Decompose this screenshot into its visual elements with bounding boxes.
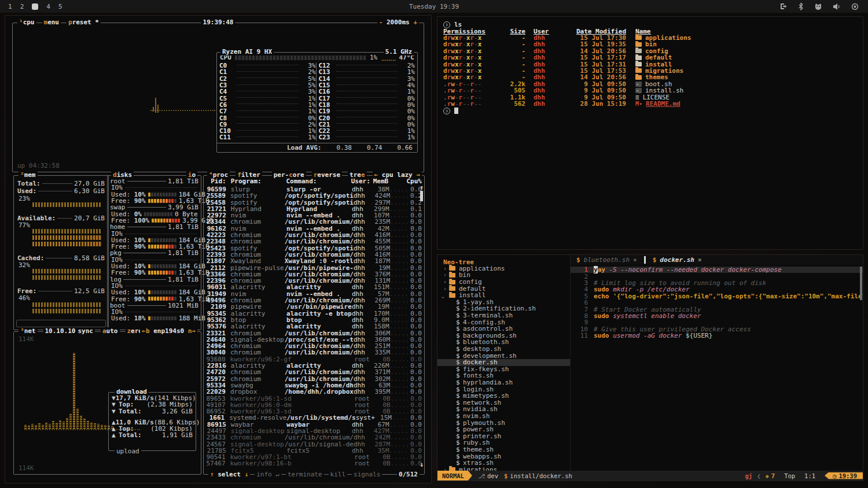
net-auto-toggle[interactable]: auto — [101, 327, 120, 335]
process-row[interactable]: 25423spotify/opt/spotify/spotidhh505M...… — [204, 245, 424, 251]
process-row[interactable]: 23366chromium/usr/lib/chromium/dhh376M..… — [204, 271, 424, 277]
process-row[interactable]: 90541kworker/u97:1-btroot0B.........0.0 — [204, 453, 424, 460]
process-row[interactable]: 25589spotify/opt/spotify/spotidhh424M...… — [204, 192, 424, 198]
process-row[interactable]: 95345alacrittyalacritty -e btopdhh170M..… — [204, 310, 424, 316]
proc-select-keys[interactable]: ↑ select ↓ — [208, 471, 250, 478]
proc-reverse-toggle[interactable]: reverse — [312, 171, 342, 179]
tree-dir-default[interactable]: ›default — [437, 285, 570, 292]
process-row[interactable]: 23344chromium/usr/lib/chromium/dhh235M..… — [204, 218, 424, 224]
tree-file-network.sh[interactable]: $network.sh — [437, 399, 570, 406]
process-row[interactable]: 24720chromium/usr/lib/chromium/dhh371M..… — [204, 368, 424, 375]
tree-file-xtras.sh[interactable]: $xtras.sh — [437, 460, 570, 467]
process-row[interactable]: 22348chromium/usr/lib/chromium/dhh455M..… — [204, 238, 424, 244]
proc-percore-toggle[interactable]: per-core — [272, 171, 306, 179]
process-row[interactable]: 24964chromium/usr/lib/chromium/dhh251M..… — [204, 342, 424, 349]
tree-file-2-identification.sh[interactable]: $2-identification.sh — [437, 305, 570, 312]
interval-minus[interactable]: - — [379, 19, 383, 26]
tree-file-nvim.sh[interactable]: $nvim.sh — [437, 413, 570, 420]
interval-plus[interactable]: + — [413, 19, 417, 26]
net-prev-iface[interactable]: ←b — [142, 327, 149, 335]
tree-file-fix-fkeys.sh[interactable]: $fix-fkeys.sh — [437, 366, 570, 373]
cat-icon[interactable] — [814, 3, 822, 10]
tree-file-nvidia.sh[interactable]: $nvidia.sh — [437, 406, 570, 413]
process-row[interactable]: 21721HyprlandHyprlanddhh299M.........0.1 — [204, 205, 424, 212]
proc-sort-selector[interactable]: ← cpu lazy → — [373, 171, 422, 179]
logout-icon[interactable] — [779, 2, 788, 10]
proc-scrollbar[interactable] — [420, 191, 423, 201]
volume-icon[interactable] — [833, 3, 841, 10]
proc-info-key[interactable]: info ↵ — [255, 471, 281, 478]
process-row[interactable]: 22816alacrittyalacrittydhh226M.........0… — [204, 362, 424, 368]
process-row[interactable]: 86952kworker/u96:3-sdroot0B.........0.0 — [204, 408, 424, 414]
process-row[interactable]: 95334swaybgswaybg -i /home/dhdhh63M.....… — [204, 382, 424, 388]
tree-file-3-terminal.sh[interactable]: $3-terminal.sh — [437, 312, 570, 319]
tree-dir-bin[interactable]: ›bin — [437, 272, 570, 279]
process-row[interactable]: 22029dropbox/home/dhh/.dropboxdhh395M...… — [204, 388, 424, 394]
tree-file-plymouth.sh[interactable]: $plymouth.sh — [437, 419, 570, 426]
process-row[interactable]: 31949nvimnvim --embed .dhh57M.........0.… — [204, 290, 424, 297]
proc-tree-toggle[interactable]: tree — [348, 171, 367, 179]
process-row[interactable]: 1661systemd-resolve/usr/lib/systemd/ssys… — [204, 414, 424, 420]
tree-dir-migrations[interactable]: ›migrations — [437, 466, 570, 471]
proc-signals-key[interactable]: signals — [352, 471, 382, 478]
tree-file-asdcontrol.sh[interactable]: $asdcontrol.sh — [437, 326, 570, 332]
process-row[interactable]: 95376alacrittyalacrittydhh158M.........0… — [204, 323, 424, 329]
tree-file-theme.sh[interactable]: $theme.sh — [437, 446, 570, 453]
editor-scrollbar[interactable] — [860, 267, 862, 300]
tree-file-4-config.sh[interactable]: $4-config.sh — [437, 319, 570, 326]
tab-close-icon[interactable]: × — [633, 256, 637, 264]
process-row[interactable]: 57467kworker/u98:16-broot0B.........0.0 — [204, 460, 424, 466]
proc-kill-key[interactable]: kill — [329, 471, 348, 478]
menu-button[interactable]: menu — [42, 19, 61, 26]
process-row[interactable]: 96162nvimnvim --embed .dhh42M.........0.… — [204, 225, 424, 231]
tree-file-printer.sh[interactable]: $printer.sh — [437, 432, 570, 439]
process-row[interactable]: 22396chromium/usr/lib/chromium/dhh131M..… — [204, 277, 424, 283]
preset-button[interactable]: preset * — [67, 19, 101, 26]
tree-file-power.sh[interactable]: $power.sh — [437, 426, 570, 433]
process-row[interactable]: 23321chromium/usr/lib/chromium/dhh306M..… — [204, 330, 424, 336]
tree-dir-install[interactable]: ›install — [437, 292, 570, 299]
process-row[interactable]: 25458spotify/opt/spotify/spotidhh297M...… — [204, 199, 424, 205]
process-row[interactable]: 25972chromium/usr/lib/chromium/dhh302M..… — [204, 375, 424, 382]
tab-docker.sh[interactable]: $docker.sh× — [647, 255, 708, 265]
tab-close-icon[interactable]: × — [698, 256, 702, 264]
tree-file-ruby.sh[interactable]: $ruby.sh — [437, 439, 570, 446]
tree-file-1-yay.sh[interactable]: $1-yay.sh — [437, 299, 570, 306]
tree-file-development.sh[interactable]: $development.sh — [437, 352, 570, 359]
proc-filter-button[interactable]: filter — [236, 171, 262, 179]
tree-file-mimetypes.sh[interactable]: $mimetypes.sh — [437, 393, 570, 400]
process-row[interactable]: 93680kworker/u96:2-gfroot0B.........0.0 — [204, 356, 424, 362]
tab-bluetooth.sh[interactable]: $bluetooth.sh× — [571, 255, 643, 265]
code-buffer[interactable]: 1yay -S --noconfirm --needed docker dock… — [571, 265, 863, 471]
process-row[interactable]: 24640signal-desktop/proc/self/exe --tdhh… — [204, 336, 424, 342]
process-row[interactable]: 21807XwaylandXwayland :0 -rootldhh187M..… — [204, 257, 424, 264]
process-row[interactable]: 42223chromium/usr/lib/chromium/dhh416M..… — [204, 231, 424, 238]
process-row[interactable]: 86915waybarwaybardhh67M.........0.0 — [204, 421, 424, 427]
tree-file-hyprlandia.sh[interactable]: $hyprlandia.sh — [437, 379, 570, 386]
net-sync-toggle[interactable]: sync — [76, 327, 95, 335]
process-row[interactable]: 24567signal-desktop/usr/lib/signal-dedhh… — [204, 441, 424, 447]
process-row[interactable]: 23433chromium/usr/lib/chromium/dhh242M..… — [204, 434, 424, 440]
current-prompt[interactable]: ❯ — [443, 108, 857, 114]
process-row[interactable]: 22972nvimnvim --embed .dhh107M.........0… — [204, 212, 424, 218]
tree-file-bluetooth.sh[interactable]: $bluetooth.sh — [437, 339, 570, 346]
bluetooth-icon[interactable] — [798, 2, 804, 10]
net-next-iface[interactable]: n→ — [188, 327, 196, 335]
tree-dir-applications[interactable]: ›applications — [437, 265, 570, 272]
process-row[interactable]: 2109pipewire/usr/bin/pipewiredhh19M.....… — [204, 303, 424, 309]
process-row[interactable]: 21785fcitx5fcitx5dhh35M.........0.0 — [204, 447, 424, 453]
process-row[interactable]: 49496chromium/usr/lib/chromium/dhh269M..… — [204, 297, 424, 303]
tree-file-fonts.sh[interactable]: $fonts.sh — [437, 372, 570, 379]
tree-dir-config[interactable]: ›config — [437, 279, 570, 286]
tree-file-desktop.sh[interactable]: $desktop.sh — [437, 346, 570, 353]
process-row[interactable]: 96031alacrittyalacrittydhh151M.........0… — [204, 283, 424, 290]
proc-scroll-down[interactable]: ↓ — [420, 461, 424, 468]
process-row[interactable]: 2112pipewire-pulse/usr/bin/pipewire-dhh1… — [204, 264, 424, 271]
process-row[interactable]: 30040chromium/usr/lib/chromium/dhh335M..… — [204, 349, 424, 355]
tree-file-webapps.sh[interactable]: $webapps.sh — [437, 453, 570, 460]
tree-file-docker.sh[interactable]: $docker.sh — [437, 359, 570, 366]
process-row[interactable]: 95362btopbtopdhh9.0M.........0.0 — [204, 316, 424, 323]
process-row[interactable]: 22393chromium/usr/lib/chromium/dhh416M..… — [204, 251, 424, 257]
tree-file-backgrounds.sh[interactable]: $backgrounds.sh — [437, 332, 570, 339]
process-row[interactable]: 89653kworker/u96:1-sdroot0B.........0.0 — [204, 395, 424, 401]
